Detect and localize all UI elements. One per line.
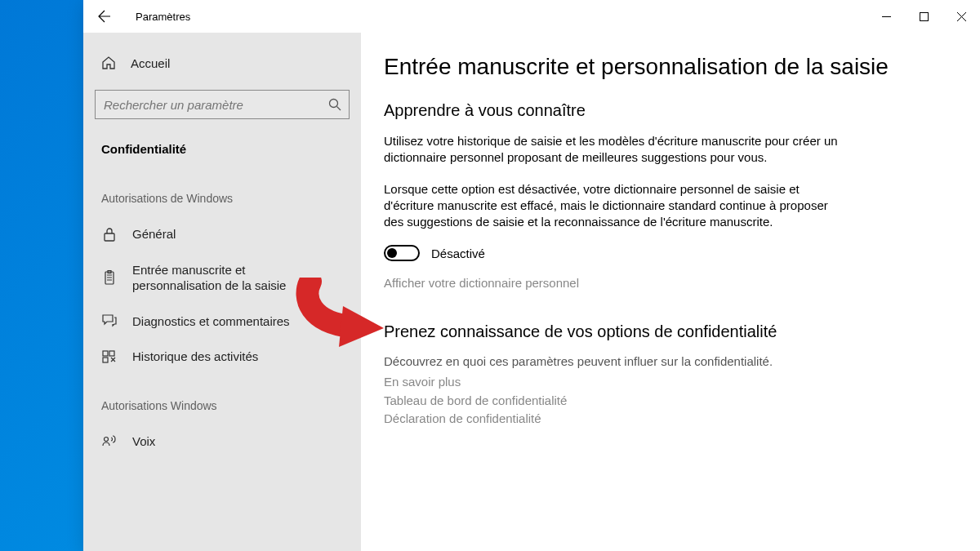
sidebar-group-label: Autorisations de Windows <box>83 167 361 216</box>
arrow-left-icon <box>98 10 111 23</box>
lock-icon <box>101 227 118 242</box>
minimize-button[interactable] <box>867 0 905 33</box>
sidebar-item-inking[interactable]: Entrée manuscrite et personnalisation de… <box>83 252 361 304</box>
sidebar-item-label: Entrée manuscrite et personnalisation de… <box>132 262 336 294</box>
close-button[interactable] <box>942 0 980 33</box>
section-heading: Apprendre à vous connaître <box>384 101 972 120</box>
svg-rect-0 <box>920 12 928 20</box>
svg-rect-7 <box>103 358 108 362</box>
description-text: Utilisez votre historique de saisie et l… <box>384 133 841 167</box>
view-personal-dictionary-link[interactable]: Afficher votre dictionnaire personnel <box>384 276 972 290</box>
svg-point-1 <box>330 100 338 108</box>
description-text: Lorsque cette option est désactivée, vot… <box>384 181 841 231</box>
sidebar-item-label: Voix <box>132 433 155 450</box>
sidebar-item-voice[interactable]: Voix <box>83 424 361 460</box>
page-title: Entrée manuscrite et personnalisation de… <box>384 54 972 80</box>
back-button[interactable] <box>96 8 113 24</box>
toggle-knob <box>387 248 397 258</box>
search-icon <box>328 98 341 111</box>
maximize-icon <box>920 12 929 21</box>
titlebar: Paramètres <box>83 0 980 33</box>
sidebar-item-diagnostics[interactable]: Diagnostics et commentaires <box>83 304 361 340</box>
sidebar-section-title: Confidentialité <box>83 134 361 167</box>
svg-rect-5 <box>103 351 108 356</box>
description-text: Découvrez en quoi ces paramètres peuvent… <box>384 354 972 368</box>
close-icon <box>957 12 966 21</box>
privacy-statement-link[interactable]: Déclaration de confidentialité <box>384 410 972 429</box>
window-title: Paramètres <box>136 11 190 23</box>
home-label: Accueil <box>131 56 170 70</box>
sidebar-group-label: Autorisations Windows <box>83 375 361 424</box>
home-button[interactable]: Accueil <box>83 47 361 78</box>
clipboard-icon <box>101 270 118 285</box>
home-icon <box>101 56 116 70</box>
sidebar: Accueil Confidentialité Autorisations de… <box>83 33 361 551</box>
svg-point-8 <box>105 438 109 442</box>
sidebar-item-label: Général <box>132 226 176 242</box>
sidebar-item-activity-history[interactable]: Historique des activités <box>83 339 361 375</box>
feedback-icon <box>101 314 118 327</box>
settings-window: Paramètres Accueil Confidentialité Autor… <box>83 0 980 551</box>
getting-to-know-you-toggle[interactable] <box>384 245 420 261</box>
toggle-state-label: Désactivé <box>431 247 485 260</box>
search-input[interactable] <box>95 90 350 119</box>
voice-icon <box>101 434 118 447</box>
sidebar-item-general[interactable]: Général <box>83 216 361 252</box>
svg-rect-6 <box>109 351 114 356</box>
section-heading: Prenez connaissance de vos options de co… <box>384 322 972 341</box>
history-icon <box>101 350 118 363</box>
content-pane: Entrée manuscrite et personnalisation de… <box>361 33 980 551</box>
maximize-button[interactable] <box>905 0 942 33</box>
learn-more-link[interactable]: En savoir plus <box>384 373 972 392</box>
minimize-icon <box>882 12 891 21</box>
sidebar-item-label: Historique des activités <box>132 349 258 365</box>
privacy-dashboard-link[interactable]: Tableau de bord de confidentialité <box>384 392 972 411</box>
sidebar-item-label: Diagnostics et commentaires <box>132 313 290 330</box>
svg-rect-2 <box>105 233 114 241</box>
